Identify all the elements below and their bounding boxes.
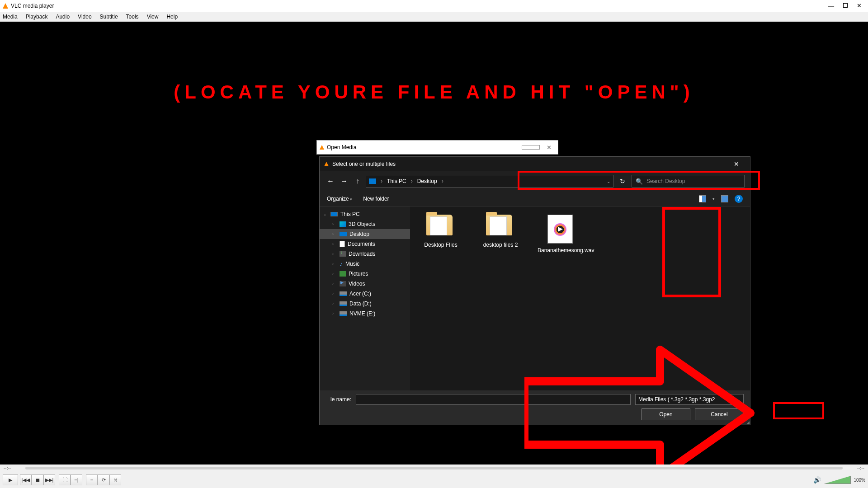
filename-label: le name: (326, 396, 351, 403)
playlist-button[interactable]: ≡ (86, 474, 98, 485)
chevron-right-icon[interactable]: › (332, 222, 337, 226)
this-pc-icon (330, 212, 338, 216)
media-file-icon (547, 215, 573, 244)
open-media-title: Open Media (327, 144, 504, 150)
chevron-right-icon: › (411, 178, 413, 184)
tree-music[interactable]: › ♪ Music (320, 259, 410, 269)
volume-slider[interactable] (824, 476, 851, 484)
om-close-button[interactable]: ✕ (540, 144, 558, 151)
tree-pictures[interactable]: › Pictures (320, 269, 410, 279)
om-maximize-button[interactable] (522, 144, 540, 151)
file-item-folder[interactable]: Desktop FIles (418, 215, 463, 249)
breadcrumb-dropdown-icon[interactable]: ⌄ (607, 179, 610, 184)
file-picker-close-button[interactable]: ✕ (727, 160, 745, 168)
menu-subtitle[interactable]: Subtitle (100, 14, 118, 20)
chevron-right-icon[interactable]: › (332, 301, 337, 306)
tree-drive-d[interactable]: › Data (D:) (320, 299, 410, 309)
downloads-icon (340, 251, 346, 257)
random-button[interactable]: ⤨ (109, 474, 121, 485)
tree-label: Desktop (349, 231, 369, 237)
menu-help[interactable]: Help (166, 14, 178, 20)
tree-downloads[interactable]: › Downloads (320, 249, 410, 259)
prev-button[interactable]: |◀◀ (20, 474, 32, 485)
tree-3d-objects[interactable]: › 3D Objects (320, 219, 410, 229)
tree-label: Downloads (349, 251, 375, 257)
documents-icon (340, 241, 345, 247)
chevron-down-icon[interactable]: ▾ (712, 197, 715, 201)
chevron-right-icon[interactable]: › (332, 232, 337, 236)
file-label: desktop files 2 (478, 242, 523, 249)
this-pc-icon (369, 178, 376, 184)
menu-tools[interactable]: Tools (126, 14, 139, 20)
file-item-media[interactable]: Bananathemesong.wav (538, 215, 583, 254)
tree-drive-e[interactable]: › NVME (E:) (320, 309, 410, 319)
vlc-titlebar: VLC media player — ✕ (0, 0, 868, 12)
maximize-button[interactable] (843, 2, 848, 9)
pictures-icon (340, 271, 346, 277)
chevron-right-icon[interactable]: › (332, 311, 337, 316)
chevron-down-icon[interactable]: ⌄ (323, 212, 328, 216)
refresh-button[interactable]: ↻ (616, 178, 629, 185)
app-title: VLC media player (11, 3, 865, 9)
nav-up-button[interactable]: ↑ (352, 177, 363, 185)
seek-track[interactable] (25, 467, 843, 469)
chevron-right-icon[interactable]: › (332, 291, 337, 296)
new-folder-button[interactable]: New folder (363, 196, 389, 202)
chevron-right-icon[interactable]: › (332, 262, 337, 266)
file-picker-dialog: Select one or multiple files ✕ ← → ↑ › T… (319, 156, 750, 425)
drive-icon (340, 291, 347, 296)
tree-desktop[interactable]: › Desktop (320, 229, 410, 239)
tree-drive-c[interactable]: › Acer (C:) (320, 289, 410, 299)
nav-forward-button[interactable]: → (339, 177, 349, 185)
minimize-button[interactable]: — (828, 2, 834, 9)
chevron-down-icon: ⌄ (737, 397, 741, 402)
play-button[interactable]: ▶ (3, 474, 18, 485)
speaker-icon[interactable]: 🔊 (813, 476, 821, 483)
chevron-right-icon[interactable]: › (332, 242, 337, 246)
organize-button[interactable]: Organize (327, 196, 352, 202)
tree-videos[interactable]: › Videos (320, 279, 410, 289)
chevron-right-icon: › (381, 178, 382, 184)
menu-playback[interactable]: Playback (26, 14, 48, 20)
preview-pane-button[interactable] (721, 195, 728, 202)
menu-video[interactable]: Video (78, 14, 91, 20)
vlc-menubar: Media Playback Audio Video Subtitle Tool… (0, 12, 868, 22)
filename-input[interactable] (356, 394, 631, 405)
tree-label: Documents (348, 241, 375, 247)
breadcrumb-bar[interactable]: › This PC › Desktop › ⌄ (366, 175, 613, 188)
breadcrumb-this-pc[interactable]: This PC (387, 178, 406, 184)
extended-settings-button[interactable]: ≡| (71, 474, 82, 485)
chevron-right-icon[interactable]: › (332, 272, 337, 276)
menu-view[interactable]: View (147, 14, 159, 20)
tree-label: Data (D:) (349, 300, 372, 307)
file-picker-title: Select one or multiple files (332, 161, 727, 167)
help-button[interactable]: ? (735, 195, 743, 203)
filter-label: Media Files ( *.3g2 *.3gp *.3gp2 (638, 396, 715, 403)
tree-this-pc[interactable]: ⌄ This PC (320, 209, 410, 219)
nav-back-button[interactable]: ← (325, 177, 336, 185)
close-button[interactable]: ✕ (857, 2, 862, 9)
chevron-right-icon[interactable]: › (332, 282, 337, 286)
open-button[interactable]: Open (642, 408, 690, 420)
search-box[interactable]: 🔍 Search Desktop (632, 175, 745, 188)
resize-grip-icon[interactable]: ◢ (746, 422, 749, 424)
menu-audio[interactable]: Audio (56, 14, 70, 20)
om-minimize-button[interactable]: — (504, 144, 522, 151)
menu-media[interactable]: Media (3, 14, 18, 20)
chevron-right-icon[interactable]: › (332, 252, 337, 256)
cancel-button[interactable]: Cancel (695, 408, 744, 420)
tree-label: 3D Objects (349, 221, 375, 227)
breadcrumb-desktop[interactable]: Desktop (417, 178, 437, 184)
fullscreen-button[interactable]: ⛶ (59, 474, 71, 485)
stop-button[interactable]: ◼ (32, 474, 43, 485)
loop-button[interactable]: ⟳ (98, 474, 109, 485)
open-media-window: Open Media — ✕ (316, 140, 558, 155)
view-layout-button[interactable] (699, 195, 706, 202)
drive-icon (340, 311, 347, 316)
file-type-filter[interactable]: Media Files ( *.3g2 *.3gp *.3gp2 ⌄ (635, 394, 744, 405)
file-item-folder[interactable]: desktop files 2 (478, 215, 523, 249)
file-picker-toolbar: Organize New folder ▾ ? (320, 191, 750, 206)
tree-documents[interactable]: › Documents (320, 239, 410, 249)
tree-label: Pictures (349, 271, 368, 277)
next-button[interactable]: ▶▶| (43, 474, 55, 485)
